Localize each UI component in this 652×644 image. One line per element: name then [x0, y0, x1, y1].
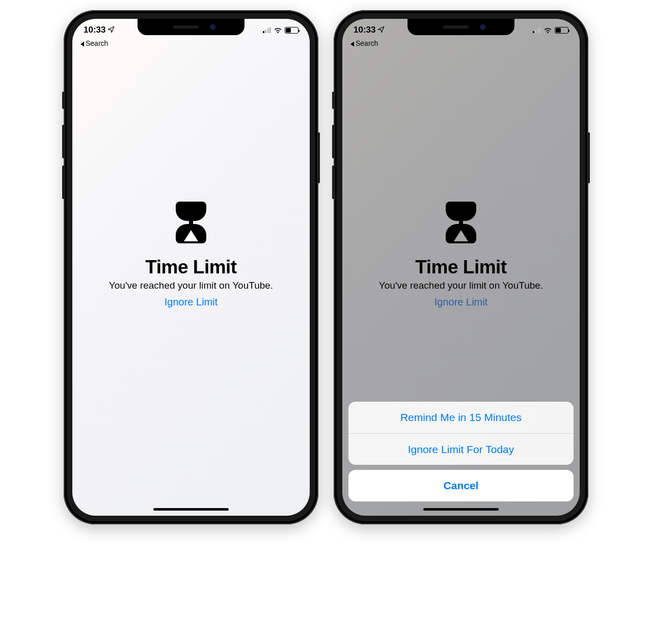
ignore-limit-button[interactable]: Ignore Limit [165, 296, 218, 308]
screen-right: 10:33 ◀ Search [342, 19, 580, 516]
wifi-icon [544, 27, 552, 34]
volume-down-button [332, 165, 334, 199]
ignore-limit-button[interactable]: Ignore Limit [434, 296, 488, 308]
svg-rect-1 [459, 219, 463, 226]
notch [408, 19, 514, 35]
cellular-signal-icon [533, 27, 541, 33]
cellular-signal-icon [263, 27, 271, 33]
mute-switch [62, 92, 64, 109]
time-limit-subtitle: You've reached your limit on YouTube. [109, 280, 273, 291]
volume-up-button [62, 125, 64, 158]
battery-level [286, 28, 291, 33]
side-button [588, 132, 590, 183]
volume-up-button [332, 125, 334, 158]
status-time-group: 10:33 [354, 25, 385, 35]
ignore-limit-action-sheet: Remind Me in 15 Minutes Ignore Limit For… [348, 402, 574, 510]
iphone-frame-left: 10:33 ◀ Search [64, 10, 318, 524]
screen-left: 10:33 ◀ Search [72, 19, 310, 516]
side-button [318, 132, 320, 183]
location-arrow-icon [107, 26, 115, 35]
battery-level [556, 28, 561, 33]
svg-rect-0 [189, 219, 193, 226]
battery-icon [555, 27, 568, 34]
wifi-icon [274, 27, 282, 34]
location-arrow-icon [377, 26, 385, 35]
iphone-frame-right: 10:33 ◀ Search [334, 10, 588, 524]
time-limit-title: Time Limit [145, 257, 236, 278]
time-limit-content: Time Limit You've reached your limit on … [72, 19, 310, 516]
ignore-for-today-button[interactable]: Ignore Limit For Today [348, 433, 574, 465]
time-limit-title: Time Limit [415, 257, 506, 278]
time-limit-subtitle: You've reached your limit on YouTube. [379, 280, 543, 291]
hourglass-icon [176, 202, 206, 245]
status-time: 10:33 [354, 25, 375, 35]
battery-icon [285, 27, 298, 34]
status-time: 10:33 [84, 25, 105, 35]
action-sheet-options: Remind Me in 15 Minutes Ignore Limit For… [348, 402, 574, 465]
status-time-group: 10:33 [84, 25, 115, 35]
status-indicators [533, 27, 569, 34]
home-indicator[interactable] [153, 508, 229, 511]
volume-down-button [62, 165, 64, 199]
hourglass-icon [446, 202, 476, 245]
cancel-button[interactable]: Cancel [348, 470, 574, 501]
mute-switch [332, 92, 334, 109]
notch [138, 19, 244, 35]
status-indicators [263, 27, 299, 34]
remind-in-15-button[interactable]: Remind Me in 15 Minutes [348, 402, 574, 433]
